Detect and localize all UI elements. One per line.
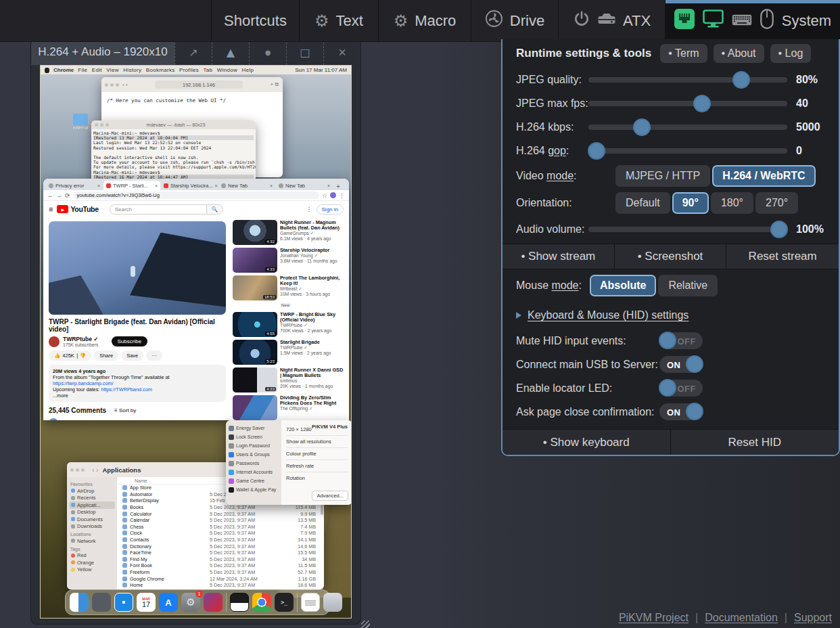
about-button[interactable]: • About (714, 44, 764, 63)
stream-buttons-row: • Show stream • Screenshot Reset stream (503, 244, 839, 269)
dock-divider (226, 593, 227, 612)
term-button[interactable]: • Term (660, 44, 707, 63)
toggle-knob[interactable] (686, 355, 703, 373)
nav-macro[interactable]: ⚙ Macro (379, 0, 471, 41)
documentation-link[interactable]: Documentation (705, 612, 778, 624)
password-icon (229, 443, 234, 449)
close-icon[interactable]: × (323, 39, 360, 65)
mode-help-link[interactable]: mode (551, 279, 578, 291)
mjpeg-http-button[interactable]: MJPEG / HTTP (615, 165, 710, 187)
tab-close-icon: × (270, 183, 273, 188)
traffic-lights (70, 468, 85, 472)
apple-icon (45, 68, 49, 73)
nav-system[interactable]: System (666, 0, 840, 41)
dock-trash-icon (323, 593, 342, 612)
toggle-knob[interactable] (659, 332, 676, 349)
h264-kbps-slider[interactable] (588, 125, 787, 130)
gear-icon: ⚙ (314, 13, 329, 29)
toggle-knob[interactable] (686, 403, 703, 420)
reset-hid-button[interactable]: Reset HID (671, 430, 839, 455)
close-confirmation-toggle[interactable]: ON (659, 403, 703, 420)
toggle-knob[interactable] (659, 379, 676, 397)
video-thumbnail: 4:33 (233, 367, 277, 392)
dock-terminal-icon: >_ (275, 593, 294, 612)
jpeg-fps-slider[interactable] (588, 101, 787, 106)
orientation-segment: Default 90° 180° 270° (615, 192, 798, 214)
nav-drive[interactable]: Drive (471, 0, 559, 41)
settings-wallet: Wallet & Apple Pay (229, 485, 279, 494)
slider-thumb[interactable] (588, 142, 605, 160)
usb-connect-toggle[interactable]: ON (659, 356, 703, 373)
orientation-default-button[interactable]: Default (615, 192, 670, 214)
reset-stream-button[interactable]: Reset stream (726, 244, 839, 269)
disclosure-arrow-icon (516, 312, 521, 319)
nav-text[interactable]: ⚙ Text (300, 0, 379, 41)
support-link[interactable]: Support (794, 612, 832, 624)
orientation-180-button[interactable]: 180° (711, 192, 753, 214)
nav-atx[interactable]: ATX (559, 0, 666, 41)
chrome-window: Privacy error× TWRP - Starli...× Starshi… (43, 179, 349, 420)
menu-icon: ≡ (49, 205, 53, 213)
mode-help-link[interactable]: mode (546, 170, 574, 181)
slider-thumb[interactable] (732, 71, 750, 89)
mouse-icon (760, 9, 774, 33)
pikvm-project-link[interactable]: PiKVM Project (619, 612, 689, 624)
settings-game-centre: Game Centre (229, 476, 279, 485)
h264-webrtc-button[interactable]: H.264 / WebRTC (712, 165, 815, 187)
gop-help-link[interactable]: gop (548, 145, 566, 156)
suggestion-item: 4:32 Night Runner - Magnum Bullets (feat… (233, 220, 346, 245)
folder-label: external (72, 125, 89, 130)
channel-name: TWRPtube ✓ (63, 336, 99, 342)
log-button[interactable]: • Log (770, 44, 812, 63)
suggestion-item: 4:33 Night Runner X Danni GSD | Magnum B… (233, 367, 346, 392)
h264-kbps-value: 5000 (796, 121, 820, 133)
mouse-absolute-button[interactable]: Absolute (590, 275, 656, 296)
slider-thumb[interactable] (633, 118, 651, 136)
sidebar-downloads: Downloads (69, 523, 115, 531)
show-keyboard-button[interactable]: • Show keyboard (503, 430, 671, 455)
nav-spacer (0, 0, 212, 41)
sidebar-applications: Applicati... (69, 501, 115, 509)
usb-connect-label: Connect main USB to Server: (516, 359, 659, 371)
orientation-270-button[interactable]: 270° (755, 192, 798, 214)
stream-title[interactable]: H.264 + Audio – 1920x10 (31, 39, 174, 65)
terminal-window: mdevaev — -bash — 80x23 Macina-Mac-mini:… (91, 120, 256, 185)
dot-icon[interactable]: ● (249, 39, 286, 65)
hid-settings-link[interactable]: Keyboard & Mouse (HID) settings (528, 309, 689, 321)
audio-volume-value: 100% (796, 223, 824, 236)
lock-icon (229, 434, 234, 440)
tab-close-icon: × (327, 183, 330, 188)
stream-window-titlebar[interactable]: H.264 + Audio – 1920x10 ↗ ▲ ● □ × (31, 39, 360, 65)
app-icon (122, 498, 127, 503)
mouse-relative-button[interactable]: Relative (658, 275, 718, 296)
nav-shortcuts[interactable]: Shortcuts (212, 0, 300, 41)
slider-thumb[interactable] (770, 221, 788, 238)
jpeg-quality-slider[interactable] (588, 77, 787, 83)
chrome-toolbar: ←→⟳ youtube.com/watch?v=J9Q3i5w6-Ug ☆ ⋮ (43, 190, 349, 201)
suggestion-item: 18:53 Protect The Lamborghini, Keep It!M… (233, 275, 346, 309)
collapse-icon[interactable]: ▲ (212, 39, 249, 65)
locator-led-toggle[interactable]: OFF (659, 380, 703, 397)
refresh-rate: Refresh rate (286, 460, 348, 472)
new-badge: New (280, 303, 291, 307)
maximize-icon[interactable]: □ (286, 39, 323, 65)
tab-close-icon: × (155, 183, 158, 188)
suggestion-item: 5:23 Starlight BrigadeTWRPtube ✓1.5M vie… (233, 340, 346, 365)
show-stream-button[interactable]: • Show stream (503, 244, 615, 269)
video-stream[interactable]: Chrome File Edit View History Bookmarks … (40, 65, 352, 619)
h264-gop-slider[interactable] (588, 148, 787, 154)
slider-thumb[interactable] (693, 95, 711, 112)
audio-volume-slider[interactable] (588, 227, 787, 232)
orientation-90-button[interactable]: 90° (672, 192, 709, 214)
screenshot-button[interactable]: • Screenshot (615, 244, 727, 269)
video-mode-label: Video mode: (516, 170, 615, 182)
bookmark-icon: ☆ (322, 192, 327, 199)
mute-hid-toggle[interactable]: OFF (659, 332, 703, 349)
app-icon (122, 512, 127, 516)
safari-toolbar: ‹ › 192.168.1.146 + ⧉ (101, 77, 283, 92)
expand-icon[interactable]: ↗ (174, 39, 212, 65)
stream-window: H.264 + Audio – 1920x10 ↗ ▲ ● □ × Chrome… (31, 39, 360, 624)
resize-handle[interactable] (361, 621, 370, 628)
red-tag-icon (71, 554, 75, 558)
video-thumbnail: 18:53 (233, 275, 277, 300)
